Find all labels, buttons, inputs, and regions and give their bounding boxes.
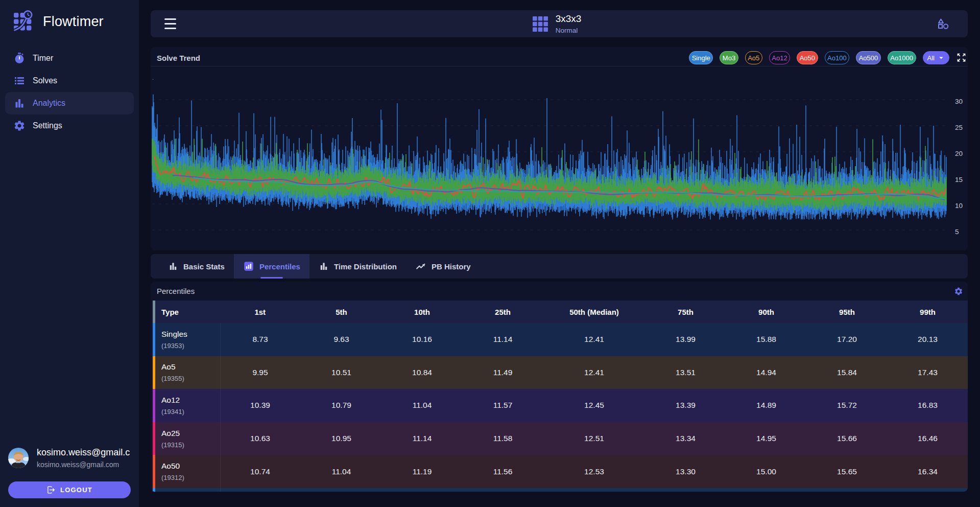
svg-text:5: 5 [955,228,959,236]
svg-text:.: . [152,75,154,81]
svg-text:25: 25 [955,124,963,131]
svg-text:20: 20 [955,150,963,157]
svg-text:10: 10 [955,202,963,210]
svg-text:30: 30 [955,98,963,105]
svg-text:15: 15 [955,176,963,183]
